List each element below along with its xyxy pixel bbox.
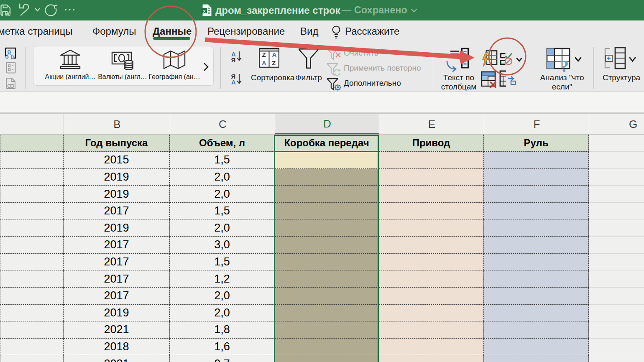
svg-text:А: А: [231, 79, 236, 86]
svg-text:Z: Z: [262, 51, 266, 58]
svg-text:А: А: [272, 51, 277, 58]
svg-text:Z: Z: [272, 59, 276, 66]
svg-text:Я: Я: [231, 56, 236, 64]
svg-text:x: x: [203, 8, 206, 13]
svg-text:А: А: [262, 59, 266, 66]
svg-text:?: ?: [560, 57, 569, 74]
